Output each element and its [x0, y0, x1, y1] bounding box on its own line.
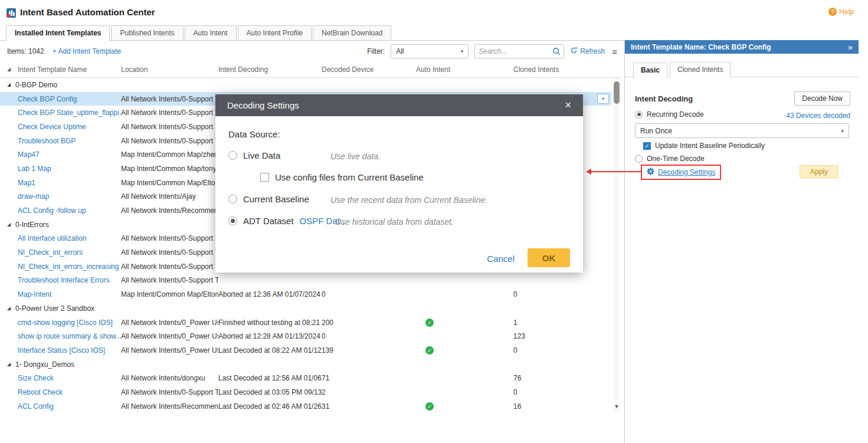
intent-template-link[interactable]: All Interface utilization: [18, 234, 87, 242]
cell-cloned-intents: 0: [513, 346, 611, 355]
tab-installed-intent-templates[interactable]: Installed Intent Templates: [6, 25, 110, 41]
apply-button[interactable]: Apply: [800, 165, 838, 178]
table-row[interactable]: Size CheckAll Network Intents/dongxuLast…: [0, 371, 611, 385]
column-auto-intent[interactable]: Auto Intent: [416, 65, 513, 74]
intent-template-link[interactable]: Troubleshoot BGP: [18, 137, 76, 145]
row-action-dropdown[interactable]: ▾: [597, 94, 609, 104]
cell-intent-decoding: Finished without testing at 08:21 ...: [218, 319, 322, 327]
column-intent-decoding[interactable]: Intent Decoding: [218, 65, 322, 74]
current-baseline-radio[interactable]: [228, 195, 237, 204]
intent-template-link[interactable]: Size Check: [18, 374, 54, 382]
cell-location: Map Intent/Common Map/tony.b...: [121, 165, 218, 173]
cell-location: All Network Intents/dongxu: [121, 374, 218, 382]
tab-auto-intent[interactable]: Auto Intent: [185, 25, 237, 40]
decode-now-button[interactable]: Decode Now: [794, 91, 850, 106]
table-row[interactable]: Map-IntentMap Intent/Common Map/Elton.H.…: [0, 287, 611, 301]
collapse-all-icon[interactable]: ◢: [7, 67, 11, 72]
refresh-button[interactable]: Refresh: [570, 47, 605, 56]
cell-cloned-intents: 0: [513, 290, 611, 298]
tree-expand-icon[interactable]: ◢: [7, 82, 11, 87]
column-location[interactable]: Location: [121, 65, 218, 74]
cell-intent-decoding: Last Decoded at 12:56 AM 01/06/2...: [218, 374, 322, 382]
adt-dataset-label: ADT Dataset: [243, 216, 294, 226]
tab-published-intents[interactable]: Published Intents: [111, 25, 183, 40]
one-time-decode-radio[interactable]: [635, 155, 643, 163]
help-link[interactable]: ? Help: [828, 8, 854, 16]
baseline-config-checkbox[interactable]: [260, 173, 269, 182]
tab-cloned-intents[interactable]: Cloned Intents: [670, 62, 731, 77]
panel-tab-bar: Basic Cloned Intents: [633, 62, 733, 77]
intent-template-link[interactable]: Check Device Uptime: [18, 123, 86, 131]
intent-template-link[interactable]: ACL Config: [18, 402, 54, 411]
intent-template-link[interactable]: Map47: [18, 150, 40, 159]
intent-template-link[interactable]: Map1: [18, 179, 35, 187]
tab-basic[interactable]: Basic: [633, 63, 667, 78]
group-row[interactable]: ◢0-Power User 2 Sandbox: [0, 301, 611, 316]
table-row[interactable]: ACL ConfigAll Network Intents/Recommende…: [0, 399, 611, 414]
data-source-label: Data Source:: [228, 129, 280, 139]
cell-intent-decoding: Aborted at 12:28 AM 01/13/2024: [218, 332, 322, 340]
intent-template-link[interactable]: cmd-show logging [Cisco IOS]: [18, 319, 113, 327]
expand-panel-icon[interactable]: »: [848, 42, 853, 52]
intent-template-link[interactable]: Interface Status [Cisco IOS]: [18, 346, 105, 355]
intent-decoding-label: Intent Decoding: [635, 94, 693, 103]
tree-expand-icon[interactable]: ◢: [7, 306, 11, 311]
tab-auto-intent-profile[interactable]: Auto Intent Profile: [238, 25, 312, 40]
intent-template-link[interactable]: Lab 1 Map: [18, 165, 51, 173]
live-data-radio[interactable]: [228, 151, 237, 160]
group-row[interactable]: ◢1- Dongxu_Demos: [0, 357, 611, 372]
tab-netbrain-download[interactable]: NetBrain Download: [313, 25, 391, 40]
annotation-arrow: [591, 171, 641, 172]
table-row[interactable]: Interface Status [Cisco IOS]All Network …: [0, 343, 611, 357]
ok-button[interactable]: OK: [528, 248, 570, 267]
intent-template-link[interactable]: show ip route summary & show...: [18, 332, 121, 340]
table-row[interactable]: Reboot CheckAll Network Intents/0-Suppor…: [0, 385, 611, 399]
cell-location: Map Intent/Common Map/Elton.H...: [121, 290, 218, 298]
cell-intent-decoding: Last Decoded at 08:22 AM 01/12/2...: [218, 346, 322, 355]
detail-panel: Intent Template Name: Check BGP Config »…: [624, 40, 859, 443]
dialog-title: Decoding Settings: [227, 100, 299, 110]
intent-template-link[interactable]: draw-map: [18, 192, 49, 201]
add-intent-template-button[interactable]: + Add Intent Template: [53, 47, 121, 55]
close-icon[interactable]: ×: [565, 99, 571, 111]
table-row[interactable]: Troubleshoot Interface ErrorsAll Network…: [0, 274, 611, 288]
decode-schedule-select[interactable]: Run Once ▾: [635, 123, 849, 138]
intent-template-link[interactable]: NI_Check_int_errors_increasing: [18, 262, 119, 271]
scrollbar-track[interactable]: [614, 78, 620, 412]
search-input[interactable]: [475, 47, 549, 55]
cell-location: All Network Intents/0-Support Tea...: [121, 234, 218, 242]
intent-template-link[interactable]: Check BGP State_uptime_flappi...: [18, 109, 121, 117]
intent-template-link[interactable]: ACL Config -follow up: [18, 206, 86, 215]
intent-template-link[interactable]: Troubleshoot Interface Errors: [18, 276, 110, 284]
decoding-settings-link[interactable]: Decoding Settings: [658, 168, 715, 176]
tree-expand-icon[interactable]: ◢: [7, 222, 11, 227]
intent-template-link[interactable]: NI_Check_int_errors: [18, 248, 83, 257]
column-intent-template-name[interactable]: Intent Template Name: [0, 65, 121, 74]
intent-template-link[interactable]: Map-Intent: [18, 290, 51, 298]
column-cloned-intents[interactable]: Cloned Intents: [513, 65, 621, 74]
search-box: [474, 44, 564, 58]
scrollbar-thumb[interactable]: [614, 81, 620, 104]
chevron-down-icon: ▾: [461, 48, 464, 54]
table-row[interactable]: cmd-show logging [Cisco IOS]All Network …: [0, 316, 611, 330]
tree-expand-icon[interactable]: ◢: [7, 362, 11, 367]
scrollbar-down-icon[interactable]: ▼: [612, 403, 621, 409]
dialog-header: Decoding Settings ×: [215, 94, 583, 116]
intent-template-link[interactable]: Reboot Check: [18, 388, 63, 396]
cancel-button[interactable]: Cancel: [487, 254, 515, 264]
help-label: Help: [839, 8, 854, 16]
devices-decoded-link[interactable]: 43 Devices decoded: [786, 111, 850, 120]
column-decoded-device[interactable]: Decoded Device: [322, 65, 416, 74]
column-menu-icon[interactable]: ≡: [612, 47, 617, 57]
search-icon[interactable]: [549, 47, 564, 55]
intent-template-link[interactable]: Check BGP Config: [18, 95, 77, 103]
update-baseline-checkbox[interactable]: ✓: [643, 142, 651, 150]
app-window: Intent Based Automation Center ? Help In…: [0, 0, 868, 443]
adt-dataset-radio[interactable]: [228, 216, 237, 225]
current-baseline-hint: Use the recent data from Current Baselin…: [330, 195, 487, 205]
cell-location: All Network Intents/0-Support Tea...: [121, 388, 218, 396]
group-row[interactable]: ◢0-BGP Demo: [0, 78, 611, 92]
filter-select[interactable]: All ▾: [391, 44, 469, 58]
recurring-decode-radio[interactable]: [635, 111, 643, 119]
table-row[interactable]: show ip route summary & show...All Netwo…: [0, 329, 611, 343]
